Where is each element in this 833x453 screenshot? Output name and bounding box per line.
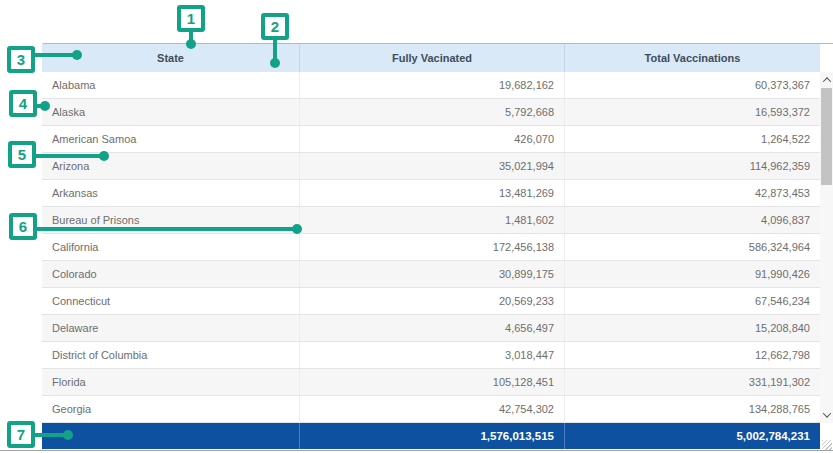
table-row[interactable]: Colorado30,899,17591,990,426	[42, 261, 820, 288]
total-total-vaccinations: 5,002,784,231	[565, 423, 820, 449]
scroll-up-button[interactable]	[820, 72, 833, 88]
cell-state[interactable]: Georgia	[42, 396, 300, 422]
table-row[interactable]: Delaware4,656,49715,208,840	[42, 315, 820, 342]
cell-state[interactable]: Colorado	[42, 261, 300, 287]
callout-2-dot	[270, 58, 280, 68]
total-state	[42, 423, 300, 449]
callout-3-dot	[72, 50, 82, 60]
vaccination-table-view: StateFully VacinatedTotal Vaccinations A…	[0, 0, 833, 453]
total-fully-vaccinated: 1,576,013,515	[300, 423, 565, 449]
cell-fully-vaccinated[interactable]: 3,018,447	[300, 342, 565, 368]
cell-fully-vaccinated[interactable]: 30,899,175	[300, 261, 565, 287]
cell-fully-vaccinated[interactable]: 172,456,138	[300, 234, 565, 260]
callout-3-connector	[35, 53, 77, 57]
cell-state[interactable]: Delaware	[42, 315, 300, 341]
cell-fully-vaccinated[interactable]: 426,070	[300, 126, 565, 152]
cell-total-vaccinations[interactable]: 91,990,426	[565, 261, 820, 287]
callout-7-dot	[63, 430, 73, 440]
cell-state[interactable]: Alaska	[42, 99, 300, 125]
callout-5-dot	[99, 151, 109, 161]
table-row[interactable]: Georgia42,754,302134,288,765	[42, 396, 820, 423]
cell-total-vaccinations[interactable]: 16,593,372	[565, 99, 820, 125]
cell-state[interactable]: Arkansas	[42, 180, 300, 206]
table-header-row: StateFully VacinatedTotal Vaccinations	[42, 44, 820, 72]
cell-state[interactable]: California	[42, 234, 300, 260]
callout-6-box: 6	[9, 213, 37, 240]
data-table: StateFully VacinatedTotal Vaccinations A…	[42, 44, 833, 449]
table-row[interactable]: Arkansas13,481,26942,873,453	[42, 180, 820, 207]
cell-total-vaccinations[interactable]: 331,191,302	[565, 369, 820, 395]
scroll-thumb[interactable]	[821, 88, 832, 185]
cell-fully-vaccinated[interactable]: 13,481,269	[300, 180, 565, 206]
scroll-down-button[interactable]	[820, 407, 833, 423]
callout-1-box: 1	[177, 5, 205, 32]
callout-4-box: 4	[9, 90, 37, 117]
cell-total-vaccinations[interactable]: 1,264,522	[565, 126, 820, 152]
chevron-up-icon	[822, 77, 830, 85]
callout-2-box: 2	[261, 13, 289, 40]
cell-total-vaccinations[interactable]: 67,546,234	[565, 288, 820, 314]
callout-1-dot	[186, 39, 196, 49]
cell-fully-vaccinated[interactable]: 105,128,451	[300, 369, 565, 395]
cell-total-vaccinations[interactable]: 114,962,359	[565, 153, 820, 179]
cell-state[interactable]: American Samoa	[42, 126, 300, 152]
table-row[interactable]: Florida105,128,451331,191,302	[42, 369, 820, 396]
totals-row: 1,576,013,5155,002,784,231	[42, 423, 820, 449]
cell-total-vaccinations[interactable]: 12,662,798	[565, 342, 820, 368]
cell-fully-vaccinated[interactable]: 42,754,302	[300, 396, 565, 422]
table-row[interactable]: Alabama19,682,16260,373,367	[42, 72, 820, 99]
chevron-down-icon	[822, 409, 830, 417]
cell-total-vaccinations[interactable]: 4,096,837	[565, 207, 820, 233]
cell-state[interactable]: Florida	[42, 369, 300, 395]
cell-fully-vaccinated[interactable]: 5,792,668	[300, 99, 565, 125]
callout-6-connector	[37, 227, 297, 231]
resize-grip-icon[interactable]	[822, 440, 832, 450]
cell-state[interactable]: District of Columbia	[42, 342, 300, 368]
cell-fully-vaccinated[interactable]: 19,682,162	[300, 72, 565, 98]
cell-total-vaccinations[interactable]: 134,288,765	[565, 396, 820, 422]
table-row[interactable]: California172,456,138586,324,964	[42, 234, 820, 261]
callout-5-box: 5	[8, 141, 36, 168]
cell-fully-vaccinated[interactable]: 1,481,602	[300, 207, 565, 233]
cell-fully-vaccinated[interactable]: 4,656,497	[300, 315, 565, 341]
column-header-total-vaccinations[interactable]: Total Vaccinations	[565, 44, 820, 72]
cell-total-vaccinations[interactable]: 60,373,367	[565, 72, 820, 98]
table-row[interactable]: District of Columbia3,018,44712,662,798	[42, 342, 820, 369]
container-bottom-border	[0, 450, 833, 451]
cell-total-vaccinations[interactable]: 15,208,840	[565, 315, 820, 341]
cell-total-vaccinations[interactable]: 42,873,453	[565, 180, 820, 206]
table-row[interactable]: Connecticut20,569,23367,546,234	[42, 288, 820, 315]
cell-state[interactable]: Alabama	[42, 72, 300, 98]
callout-3-box: 3	[7, 46, 35, 73]
table-row[interactable]: Alaska5,792,66816,593,372	[42, 99, 820, 126]
callout-7-box: 7	[7, 421, 35, 448]
table-row[interactable]: American Samoa426,0701,264,522	[42, 126, 820, 153]
cell-state[interactable]: Connecticut	[42, 288, 300, 314]
column-header-fully-vaccinated[interactable]: Fully Vacinated	[300, 44, 565, 72]
cell-fully-vaccinated[interactable]: 20,569,233	[300, 288, 565, 314]
cell-total-vaccinations[interactable]: 586,324,964	[565, 234, 820, 260]
table-body: Alabama19,682,16260,373,367Alaska5,792,6…	[42, 72, 820, 423]
callout-6-dot	[292, 224, 302, 234]
scrollbar[interactable]	[820, 72, 833, 423]
cell-fully-vaccinated[interactable]: 35,021,994	[300, 153, 565, 179]
callout-4-dot	[40, 101, 50, 111]
callout-5-connector	[36, 154, 104, 158]
table-row[interactable]: Arizona35,021,994114,962,359	[42, 153, 820, 180]
